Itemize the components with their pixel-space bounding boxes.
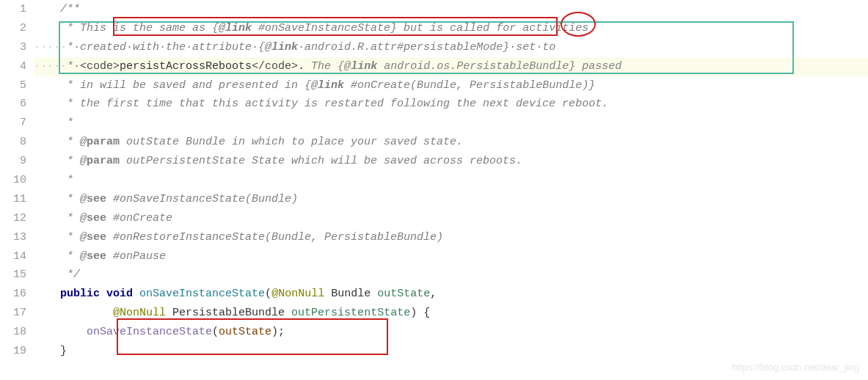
param-name: outState: [377, 288, 430, 300]
keyword-public: public: [60, 288, 100, 300]
code-line[interactable]: /**: [34, 0, 868, 19]
code-line[interactable]: *: [34, 171, 868, 190]
javadoc-text: the first time that this activity is res…: [80, 98, 608, 110]
javadoc-end: */: [67, 268, 80, 281]
javadoc-text: #onCreate: [106, 212, 172, 224]
code-line[interactable]: * @see #onCreate: [34, 209, 868, 228]
javadoc-star: *: [34, 174, 73, 186]
comma: ,: [430, 288, 437, 300]
method-name: onSaveInstanceState: [139, 288, 265, 300]
line-number: 15: [0, 266, 26, 285]
javadoc-see-tag: see: [87, 231, 106, 244]
code-line[interactable]: public void onSaveInstanceState(@NonNull…: [34, 285, 868, 304]
code-line[interactable]: * @param outPersistentState State which …: [34, 152, 868, 171]
indent: * @: [34, 212, 87, 224]
javadoc-see-tag: see: [87, 250, 106, 263]
line-number: 8: [0, 133, 26, 152]
code-line[interactable]: * @see #onRestoreInstanceState(Bundle, P…: [34, 228, 868, 247]
code-area[interactable]: /** * This is the same as {@link #onSave…: [34, 0, 868, 361]
line-number: 9: [0, 152, 26, 171]
indent: *: [34, 22, 80, 34]
javadoc-text: in will be saved and presented in {@: [80, 79, 318, 92]
code-tag-close: </code>: [252, 60, 298, 73]
code-line[interactable]: */: [34, 266, 868, 285]
paren-brace: ) {: [410, 307, 430, 319]
type: Bundle: [331, 288, 371, 300]
period: .: [298, 60, 304, 73]
indent: * @: [34, 231, 87, 244]
line-number: 13: [0, 228, 26, 247]
return-type: void: [106, 288, 133, 300]
paren: (: [212, 326, 219, 338]
line-number: 6: [0, 95, 26, 114]
line-number: 12: [0, 209, 26, 228]
space: [324, 288, 331, 300]
line-number: 19: [0, 342, 26, 361]
line-number: 7: [0, 114, 26, 133]
paren-semi: );: [271, 326, 285, 338]
annotation: @NonNull: [271, 288, 324, 300]
type: PersistableBundle: [172, 307, 285, 319]
param-name: outPersistentState: [291, 307, 410, 319]
javadoc-star: *: [34, 117, 73, 129]
javadoc-text: android.os.PersistableBundle} passed: [377, 60, 621, 73]
space: [133, 288, 139, 300]
watermark-text: https://blog.csdn.net/dear_jing: [732, 359, 859, 376]
space: [100, 288, 106, 300]
code-line[interactable]: * in will be saved and presented in {@li…: [34, 76, 868, 95]
space: [285, 307, 291, 319]
close-brace: }: [60, 345, 67, 357]
indent: * @: [34, 136, 87, 148]
indent: [34, 288, 60, 300]
code-line[interactable]: * This is the same as {@link #onSaveInst…: [34, 19, 868, 38]
javadoc-text: created·with·the·attribute·{@: [80, 41, 271, 54]
indent: *: [34, 79, 80, 92]
line-number: 16: [0, 285, 26, 304]
annotation: @NonNull: [113, 307, 166, 319]
whitespace-dots: ·····: [34, 60, 67, 73]
space: [371, 288, 377, 300]
javadoc-link-tag: link: [351, 60, 377, 73]
code-tag-open: <code>: [80, 60, 120, 73]
code-line[interactable]: @NonNull PersistableBundle outPersistent…: [34, 304, 868, 323]
paren: (: [265, 288, 271, 300]
indent: [34, 268, 67, 281]
line-number-gutter: 1 2 3 4 5 6 7 8 9 10 11 12 13 14 15 16 1…: [0, 0, 34, 361]
javadoc-text: ·android.R.attr#persistableMode}·set·to: [298, 41, 555, 54]
indent: [34, 307, 113, 319]
indent: [34, 3, 60, 15]
javadoc-text: outPersistentState State which will be s…: [120, 155, 522, 167]
javadoc-see-tag: see: [87, 212, 106, 224]
code-line[interactable]: }: [34, 342, 868, 361]
javadoc-text: #onRestoreInstanceState(Bundle, Persista…: [106, 231, 443, 244]
javadoc-param-tag: param: [87, 136, 120, 148]
line-number: 5: [0, 76, 26, 95]
code-line[interactable]: * @see #onPause: [34, 247, 868, 266]
indent: * @: [34, 193, 87, 205]
javadoc-link-tag: link: [225, 22, 252, 34]
javadoc-star: *·: [67, 60, 80, 73]
line-number: 18: [0, 323, 26, 342]
line-number: 14: [0, 247, 26, 266]
code-line[interactable]: *: [34, 114, 868, 133]
code-line[interactable]: ·····*·created·with·the·attribute·{@link…: [34, 38, 868, 57]
code-line[interactable]: * @param outState Bundle in which to pla…: [34, 133, 868, 152]
line-number: 2: [0, 19, 26, 38]
javadoc-start: /**: [60, 3, 80, 15]
javadoc-text: #onSaveInstanceState} but is called for …: [252, 22, 588, 34]
code-line[interactable]: * @see #onSaveInstanceState(Bundle): [34, 190, 868, 209]
code-line[interactable]: ·····*·<code>persistAcrossReboots</code>…: [34, 57, 868, 76]
javadoc-link-tag: link: [271, 41, 298, 54]
code-editor: 1 2 3 4 5 6 7 8 9 10 11 12 13 14 15 16 1…: [0, 0, 868, 361]
code-line[interactable]: * the first time that this activity is r…: [34, 95, 868, 114]
code-text: persistAcrossReboots: [120, 60, 252, 73]
indent: *: [34, 98, 80, 110]
line-number: 17: [0, 304, 26, 323]
javadoc-star: *·: [67, 41, 80, 54]
whitespace-dots: ·····: [34, 41, 67, 54]
javadoc-text: #onSaveInstanceState(Bundle): [106, 193, 298, 205]
space: [166, 307, 172, 319]
indent: [34, 326, 87, 338]
argument: outState: [219, 326, 271, 338]
code-line[interactable]: onSaveInstanceState(outState);: [34, 323, 868, 342]
